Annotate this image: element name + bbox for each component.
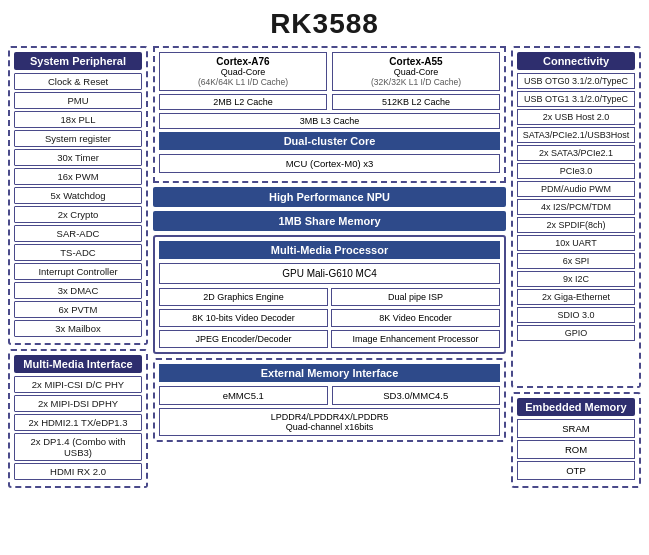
list-item: 16x PWM <box>14 168 142 185</box>
list-item: System register <box>14 130 142 147</box>
list-item: HDMI RX 2.0 <box>14 463 142 480</box>
list-item: PDM/Audio PWM <box>517 181 635 197</box>
list-item: 4x I2S/PCM/TDM <box>517 199 635 215</box>
list-item: 2x SPDIF(8ch) <box>517 217 635 233</box>
list-item: SATA3/PCIe2.1/USB3Host <box>517 127 635 143</box>
list-item: 3x DMAC <box>14 282 142 299</box>
connectivity-title: Connectivity <box>517 52 635 70</box>
list-item: OTP <box>517 461 635 480</box>
gpu-box: GPU Mali-G610 MC4 <box>159 263 500 284</box>
cortex-a76-cache: (64K/64K L1 I/D Cache) <box>163 77 323 87</box>
list-item: 6x SPI <box>517 253 635 269</box>
list-item: SDIO 3.0 <box>517 307 635 323</box>
emmc-item: eMMC5.1 <box>159 386 328 405</box>
list-item: ROM <box>517 440 635 459</box>
multimedia-processor-title: Multi-Media Processor <box>159 241 500 259</box>
embedded-memory-title: Embedded Memory <box>517 398 635 416</box>
list-item: 2x HDMI2.1 TX/eDP1.3 <box>14 414 142 431</box>
list-item: 2x SATA3/PCIe2.1 <box>517 145 635 161</box>
connectivity-section: Connectivity USB OTG0 3.1/2.0/TypeC USB … <box>511 46 641 388</box>
list-item: 30x Timer <box>14 149 142 166</box>
cortex-a55-block: Cortex-A55 Quad-Core (32K/32K L1 I/D Cac… <box>332 52 500 91</box>
list-item: Interrupt Controller <box>14 263 142 280</box>
cortex-a76-type: Quad-Core <box>163 67 323 77</box>
share-mem-box: 1MB Share Memory <box>153 211 506 231</box>
cortex-a55-name: Cortex-A55 <box>336 56 496 67</box>
main-container: RK3588 System Peripheral Clock & Reset P… <box>0 0 649 555</box>
list-item: SRAM <box>517 419 635 438</box>
list-item: Clock & Reset <box>14 73 142 90</box>
multimedia-interface-title: Multi-Media Interface <box>14 355 142 373</box>
list-item: 6x PVTM <box>14 301 142 318</box>
list-item: 8K Video Encoder <box>331 309 500 327</box>
cortex-a55-cache: (32K/32K L1 I/D Cache) <box>336 77 496 87</box>
npu-box: High Performance NPU <box>153 187 506 207</box>
list-item: 9x I2C <box>517 271 635 287</box>
layout: System Peripheral Clock & Reset PMU 18x … <box>8 46 641 488</box>
lpddr-item: LPDDR4/LPDDR4X/LPDDR5 Quad-channel x16bi… <box>159 408 500 436</box>
list-item: JPEG Encoder/Decoder <box>159 330 328 348</box>
list-item: 5x Watchdog <box>14 187 142 204</box>
list-item: TS-ADC <box>14 244 142 261</box>
list-item: USB OTG0 3.1/2.0/TypeC <box>517 73 635 89</box>
ext-mem-section: External Memory Interface eMMC5.1 SD3.0/… <box>153 358 506 442</box>
list-item: 2x Giga-Ethernet <box>517 289 635 305</box>
list-item: PCIe3.0 <box>517 163 635 179</box>
ext-mem-title: External Memory Interface <box>159 364 500 382</box>
list-item: 2x MIPI-DSI DPHY <box>14 395 142 412</box>
list-item: Dual pipe ISP <box>331 288 500 306</box>
list-item: GPIO <box>517 325 635 341</box>
list-item: 18x PLL <box>14 111 142 128</box>
list-item: PMU <box>14 92 142 109</box>
l3-cache: 3MB L3 Cache <box>159 113 500 129</box>
mm-grid: 2D Graphics Engine Dual pipe ISP 8K 10-b… <box>159 288 500 348</box>
list-item: Image Enhancement Processor <box>331 330 500 348</box>
left-column: System Peripheral Clock & Reset PMU 18x … <box>8 46 148 488</box>
list-item: 2D Graphics Engine <box>159 288 328 306</box>
multimedia-interface-section: Multi-Media Interface 2x MIPI-CSI D/C PH… <box>8 349 148 488</box>
l2-cache-a55: 512KB L2 Cache <box>332 94 500 110</box>
cortex-a76-block: Cortex-A76 Quad-Core (64K/64K L1 I/D Cac… <box>159 52 327 91</box>
list-item: 8K 10-bits Video Decoder <box>159 309 328 327</box>
mcu-box: MCU (Cortex-M0) x3 <box>159 154 500 173</box>
ext-mem-row: eMMC5.1 SD3.0/MMC4.5 <box>159 386 500 405</box>
right-column: Connectivity USB OTG0 3.1/2.0/TypeC USB … <box>511 46 641 488</box>
multimedia-processor-section: Multi-Media Processor GPU Mali-G610 MC4 … <box>153 235 506 354</box>
list-item: SAR-ADC <box>14 225 142 242</box>
sys-periph-title: System Peripheral <box>14 52 142 70</box>
l2-cache-a76: 2MB L2 Cache <box>159 94 327 110</box>
list-item: 2x MIPI-CSI D/C PHY <box>14 376 142 393</box>
sd-item: SD3.0/MMC4.5 <box>332 386 501 405</box>
cortex-a76-name: Cortex-A76 <box>163 56 323 67</box>
cortex-a55-type: Quad-Core <box>336 67 496 77</box>
list-item: 10x UART <box>517 235 635 251</box>
embedded-memory-section: Embedded Memory SRAM ROM OTP <box>511 392 641 488</box>
dual-cluster-title: Dual-cluster Core <box>159 132 500 150</box>
sys-periph-section: System Peripheral Clock & Reset PMU 18x … <box>8 46 148 345</box>
page-title: RK3588 <box>8 8 641 40</box>
list-item: 2x DP1.4 (Combo with USB3) <box>14 433 142 461</box>
list-item: 3x Mailbox <box>14 320 142 337</box>
list-item: USB OTG1 3.1/2.0/TypeC <box>517 91 635 107</box>
middle-column: Cortex-A76 Quad-Core (64K/64K L1 I/D Cac… <box>153 46 506 488</box>
dual-cluster-wrapper: Cortex-A76 Quad-Core (64K/64K L1 I/D Cac… <box>153 46 506 183</box>
list-item: 2x USB Host 2.0 <box>517 109 635 125</box>
list-item: 2x Crypto <box>14 206 142 223</box>
